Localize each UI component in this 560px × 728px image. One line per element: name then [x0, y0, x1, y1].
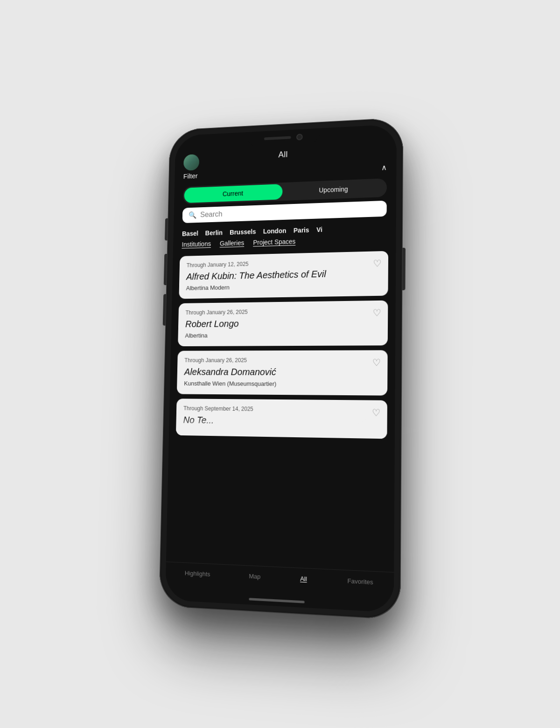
home-indicator-bar [249, 598, 304, 603]
notch-camera [296, 133, 303, 140]
favorite-icon-2[interactable]: ♡ [373, 307, 382, 318]
exhibition-title-2: Robert Longo [185, 316, 380, 329]
app-content: All Filter ∧ Current Upcoming 🔍 [165, 124, 397, 613]
exhibition-list: Through January 12, 2025 Alfred Kubin: T… [166, 247, 396, 572]
power-button [402, 248, 406, 290]
exhibition-card-4-partial[interactable]: Through September 14, 2025 No Te... ♡ [176, 399, 387, 439]
exhibition-venue-3: Kunsthalle Wien (Museumsquartier) [184, 380, 380, 388]
notch-speaker [264, 136, 291, 140]
nav-item-favorites[interactable]: Favorites [347, 577, 373, 586]
mute-switch [165, 218, 168, 241]
exhibition-card-3[interactable]: Through January 26, 2025 Aleksandra Doma… [177, 350, 388, 395]
type-filter-project-spaces[interactable]: Project Spaces [253, 238, 295, 246]
exhibition-date-3: Through January 26, 2025 [184, 357, 380, 364]
type-filter-galleries[interactable]: Galleries [220, 239, 245, 247]
header-title: All [278, 150, 287, 160]
search-input[interactable] [200, 204, 380, 219]
exhibition-venue-1: Albertina Modern [186, 281, 381, 292]
exhibition-venue-2: Albertina [185, 331, 380, 339]
exhibition-title-3: Aleksandra Domanović [184, 366, 380, 378]
city-filter-paris[interactable]: Paris [294, 226, 309, 234]
nav-item-all[interactable]: All [300, 575, 307, 582]
phone-screen: All Filter ∧ Current Upcoming 🔍 [165, 124, 397, 613]
exhibition-card-1[interactable]: Through January 12, 2025 Alfred Kubin: T… [179, 251, 388, 299]
exhibition-card-2[interactable]: Through January 26, 2025 Robert Longo Al… [178, 301, 388, 346]
favorite-icon-4[interactable]: ♡ [372, 407, 381, 419]
nav-label-all: All [300, 575, 307, 582]
city-filter-brussels[interactable]: Brussels [230, 228, 256, 236]
nav-item-map[interactable]: Map [249, 573, 260, 581]
exhibition-date-4: Through September 14, 2025 [183, 405, 379, 413]
phone-frame: All Filter ∧ Current Upcoming 🔍 [159, 117, 403, 620]
card-fade-overlay [176, 417, 387, 439]
filter-section: Filter ∧ Current Upcoming 🔍 Basel Berlin [173, 159, 397, 252]
type-filter-institutions[interactable]: Institutions [182, 240, 211, 248]
city-filter-vi[interactable]: Vi [316, 226, 322, 233]
nav-item-highlights[interactable]: Highlights [185, 569, 210, 578]
home-indicator [165, 589, 394, 613]
volume-up-button [164, 254, 167, 285]
nav-label-favorites: Favorites [347, 577, 373, 586]
current-toggle-btn[interactable]: Current [184, 184, 282, 203]
search-icon: 🔍 [189, 211, 197, 219]
city-filter-basel[interactable]: Basel [182, 230, 198, 237]
filter-label: Filter [183, 172, 198, 180]
nav-label-map: Map [249, 573, 260, 581]
volume-down-button [163, 294, 166, 326]
city-filter-london[interactable]: London [263, 227, 287, 235]
city-filter-berlin[interactable]: Berlin [205, 229, 223, 237]
favorite-icon-3[interactable]: ♡ [372, 357, 381, 368]
search-bar[interactable]: 🔍 [182, 201, 387, 223]
exhibition-date-1: Through January 12, 2025 [187, 258, 381, 268]
filter-chevron-icon: ∧ [381, 163, 387, 172]
favorite-icon-1[interactable]: ♡ [373, 258, 381, 269]
exhibition-date-2: Through January 26, 2025 [185, 307, 380, 316]
nav-label-highlights: Highlights [185, 569, 210, 578]
upcoming-toggle-btn[interactable]: Upcoming [282, 180, 385, 199]
exhibition-title-1: Alfred Kubin: The Aesthetics of Evil [186, 267, 381, 282]
